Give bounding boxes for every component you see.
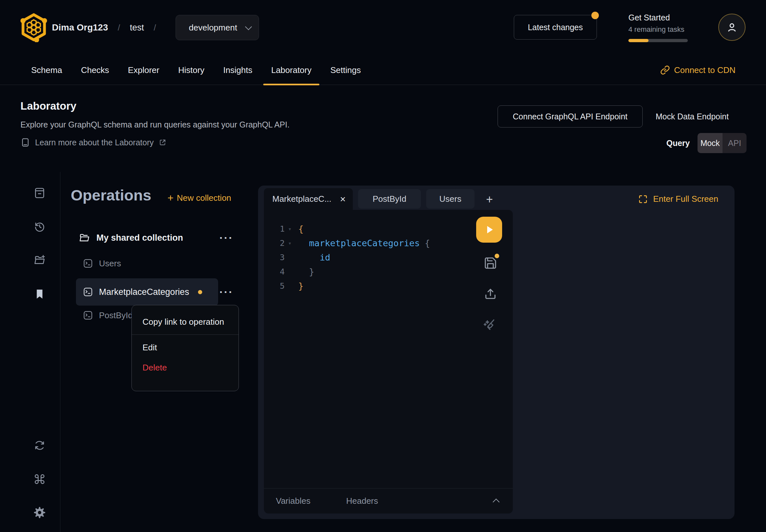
fold-icon[interactable]: ▾: [285, 240, 295, 247]
menu-divider: [132, 334, 238, 335]
line-number: 2: [264, 238, 285, 248]
latest-changes-button[interactable]: Latest changes: [514, 15, 597, 40]
get-started-widget[interactable]: Get Started 4 remaining tasks: [628, 13, 693, 42]
headers-tab[interactable]: Headers: [346, 496, 378, 506]
rail-book-button[interactable]: [32, 186, 47, 200]
operation-label: Users: [99, 259, 121, 269]
collection-more-icon[interactable]: ···: [219, 229, 233, 247]
toggle-option-api[interactable]: API: [723, 133, 747, 153]
operation-more-icon[interactable]: ···: [219, 278, 233, 306]
link-icon: [660, 65, 670, 75]
enter-full-screen-link[interactable]: Enter Full Screen: [638, 188, 718, 210]
tab-laboratory[interactable]: Laboratory: [261, 55, 321, 85]
rail-sync-button[interactable]: [32, 438, 47, 453]
enter-full-screen-label: Enter Full Screen: [653, 194, 718, 204]
clean-broom-icon: [482, 317, 497, 332]
graphos-laboratory-page: { "colors": { "accent": "#f3b13a", "code…: [0, 0, 766, 532]
collection-header[interactable]: My shared collection: [76, 229, 183, 247]
settings-gear-icon: [33, 506, 46, 519]
tab-settings[interactable]: Settings: [321, 55, 370, 85]
code-token-field: marketplaceCategories: [309, 238, 420, 248]
variables-tab[interactable]: Variables: [276, 496, 310, 506]
prettify-query-button[interactable]: [482, 317, 497, 332]
line-number: 5: [264, 281, 285, 291]
command-icon: [33, 473, 46, 485]
menu-item-copy-link[interactable]: Copy link to operation: [132, 312, 238, 332]
connect-graphql-endpoint-button[interactable]: Connect GraphQL API Endpoint: [498, 105, 643, 127]
topbar: Dima Org123 / test / development Latest …: [0, 0, 766, 55]
query-label: Query: [666, 139, 690, 148]
query-mode-row: Query Mock API: [666, 133, 747, 153]
mock-data-endpoint-label[interactable]: Mock Data Endpoint: [656, 105, 729, 127]
query-mode-toggle: Mock API: [698, 133, 747, 153]
rail-divider: [60, 172, 60, 532]
code-token-field: id: [320, 252, 330, 262]
page-title: Laboratory: [20, 100, 76, 112]
connect-to-cdn-label: Connect to CDN: [674, 65, 736, 75]
breadcrumb-separator: /: [118, 23, 120, 33]
menu-item-edit[interactable]: Edit: [132, 337, 238, 357]
share-operation-button[interactable]: [483, 286, 498, 301]
code-area[interactable]: 1 ▾ { 2 ▾ marketplaceCategories { 3 id 4: [264, 222, 513, 293]
editor-tab-label: MarketplaceC...: [272, 194, 331, 204]
graph-nav: Schema Checks Explorer History Insights …: [0, 55, 766, 85]
bookmark-icon: [33, 288, 46, 300]
code-line: 4 }: [264, 264, 513, 279]
person-icon: [725, 21, 738, 34]
breadcrumb: Dima Org123 / test / development: [52, 0, 259, 55]
operation-icon: [83, 259, 93, 268]
editor-tab-users[interactable]: Users: [426, 189, 475, 209]
close-tab-icon[interactable]: ×: [340, 194, 346, 204]
operation-icon: [83, 287, 93, 297]
tab-schema[interactable]: Schema: [22, 55, 71, 85]
rail-history-button[interactable]: [32, 219, 47, 234]
variant-select[interactable]: development: [176, 15, 259, 40]
fold-icon[interactable]: ▾: [285, 225, 295, 232]
nav-tab-list: Schema Checks Explorer History Insights …: [22, 55, 370, 85]
run-query-button[interactable]: [476, 217, 502, 243]
operation-icon: [83, 310, 93, 320]
tab-insights[interactable]: Insights: [214, 55, 262, 85]
progress-bar: [628, 39, 688, 42]
chevron-down-icon: [245, 23, 252, 30]
rail-shortcuts-button[interactable]: [32, 472, 47, 487]
graphos-logo-icon[interactable]: [19, 12, 49, 42]
rail-settings-button[interactable]: [32, 505, 47, 520]
toggle-option-mock[interactable]: Mock: [698, 133, 723, 153]
operation-item-marketplacecategories[interactable]: MarketplaceCategories: [76, 278, 218, 306]
code-line: 1 ▾ {: [264, 222, 513, 236]
query-editor[interactable]: 1 ▾ { 2 ▾ marketplaceCategories { 3 id 4: [264, 210, 513, 514]
operation-context-menu: Copy link to operation Edit Delete: [131, 305, 239, 391]
connect-to-cdn-link[interactable]: Connect to CDN: [660, 55, 736, 85]
operation-item-postbyid[interactable]: PostById: [79, 307, 133, 324]
tab-history[interactable]: History: [169, 55, 214, 85]
editor-tab-marketplacecategories[interactable]: MarketplaceC... ×: [264, 188, 353, 210]
operation-label: PostById: [99, 310, 133, 320]
editor-tab-bar: MarketplaceC... × PostById Users +: [264, 188, 499, 210]
new-collection-folder-icon: [33, 254, 46, 266]
unsaved-dot: [198, 290, 202, 294]
org-name[interactable]: Dima Org123: [52, 22, 108, 33]
tab-explorer[interactable]: Explorer: [118, 55, 169, 85]
rail-new-collection-button[interactable]: [32, 253, 47, 268]
add-tab-icon[interactable]: +: [480, 189, 499, 210]
laboratory-header: Laboratory Explore your GraphQL schema a…: [0, 85, 766, 172]
new-collection-button[interactable]: + New collection: [167, 192, 231, 204]
book-icon: [33, 187, 46, 199]
collection-name: My shared collection: [96, 233, 183, 243]
collapse-chevron-icon[interactable]: [493, 499, 500, 505]
play-icon: [483, 224, 495, 236]
operation-item-users[interactable]: Users: [79, 255, 121, 272]
external-link-icon: [159, 139, 166, 146]
graph-name[interactable]: test: [130, 23, 144, 33]
rail-bookmark-button[interactable]: [32, 287, 47, 302]
code-line: 3 id: [264, 250, 513, 264]
user-avatar[interactable]: [718, 14, 746, 41]
tab-checks[interactable]: Checks: [71, 55, 118, 85]
menu-item-delete[interactable]: Delete: [132, 357, 238, 378]
save-operation-button[interactable]: [483, 256, 498, 271]
editor-tab-postbyid[interactable]: PostById: [358, 189, 421, 209]
learn-more-link[interactable]: Learn more about the Laboratory: [20, 138, 166, 147]
operations-title: Operations: [71, 186, 151, 204]
sync-icon: [33, 439, 46, 452]
